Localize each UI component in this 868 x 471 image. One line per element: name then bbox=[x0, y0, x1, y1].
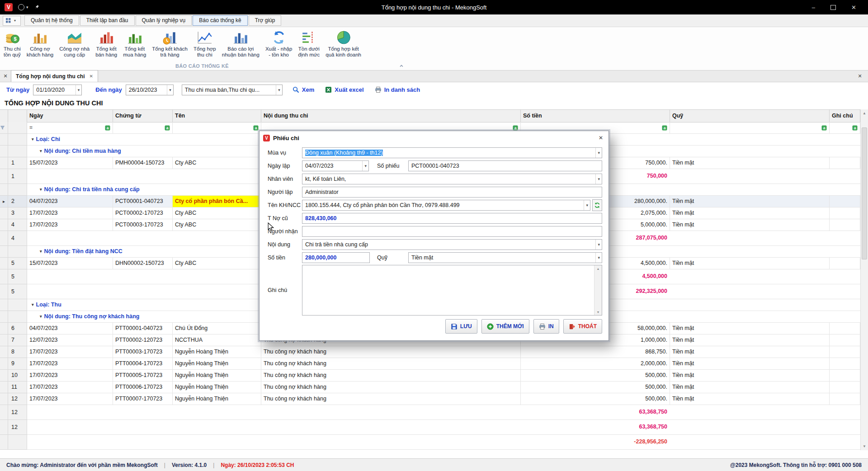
ribbon-item-cong-no-nha-cung-cap[interactable]: Công nợ nhà cung cấp bbox=[59, 29, 90, 58]
cell-note[interactable] bbox=[830, 196, 860, 207]
dropdown-icon[interactable]: ▾ bbox=[595, 148, 602, 158]
cell-name[interactable]: Nguyễn Hoàng Thiện bbox=[173, 346, 261, 358]
dropdown-icon[interactable]: ▾ bbox=[595, 240, 602, 250]
filter-type-icon[interactable]: a bbox=[165, 125, 170, 131]
cell-fund[interactable]: Tiền mặt bbox=[670, 334, 830, 346]
cell-content[interactable]: Thu công nợ khách hàng bbox=[261, 358, 521, 370]
cell-note[interactable] bbox=[830, 382, 860, 393]
ribbon-collapse-icon[interactable] bbox=[398, 62, 405, 69]
dropdown-icon[interactable]: ▾ bbox=[167, 85, 173, 95]
print-button[interactable]: IN bbox=[533, 319, 559, 334]
cell-date[interactable]: 17/07/2023 bbox=[27, 370, 113, 382]
quick-access-icon[interactable] bbox=[18, 4, 24, 10]
print-list-button[interactable]: In danh sách bbox=[375, 86, 420, 93]
cell-date[interactable]: 17/07/2023 bbox=[27, 358, 113, 370]
filter-type-icon[interactable]: a bbox=[852, 125, 858, 131]
from-date-input[interactable]: 01/10/2020 ▾ bbox=[33, 85, 82, 95]
ribbon-item-tong-ket-khach-tra-hang[interactable]: Tổng kết khách trả hàng bbox=[152, 29, 188, 58]
filter-type-icon[interactable]: a bbox=[253, 125, 259, 131]
cell-document[interactable]: PTT00004-170723 bbox=[113, 358, 173, 370]
refresh-supplier-button[interactable] bbox=[592, 199, 602, 211]
scroll-up-icon[interactable]: ▲ bbox=[861, 109, 868, 117]
column-header-noi-dung[interactable]: Nội dung thu chi bbox=[261, 110, 521, 122]
cell-document[interactable]: PTT00002-120723 bbox=[113, 334, 173, 346]
cell-note[interactable] bbox=[830, 393, 860, 405]
column-header-chung-tu[interactable]: Chứng từ bbox=[113, 110, 173, 122]
cell-note[interactable] bbox=[830, 346, 860, 358]
minimize-button[interactable]: – bbox=[812, 4, 815, 11]
collapse-icon[interactable]: ▾ bbox=[32, 134, 34, 145]
note-textarea[interactable]: ▲ ▼ bbox=[302, 265, 602, 316]
cell-document[interactable]: PMH00004-150723 bbox=[113, 157, 173, 169]
pin-icon[interactable] bbox=[35, 5, 40, 10]
cell-fund[interactable]: Tiền mặt bbox=[670, 393, 830, 405]
cell-content[interactable]: Thu công nợ khách hàng bbox=[261, 370, 521, 382]
cell-name[interactable]: Nguyễn Hoàng Thiện bbox=[173, 393, 261, 405]
cell-date[interactable]: 17/07/2023 bbox=[27, 219, 113, 231]
dropdown-icon[interactable]: ▾ bbox=[362, 161, 368, 171]
dropdown-icon[interactable]: ▾ bbox=[595, 253, 602, 263]
exit-button[interactable]: THOÁT bbox=[563, 319, 602, 334]
cell-fund[interactable]: Tiền mặt bbox=[670, 207, 830, 219]
close-all-tabs-icon[interactable]: ✕ bbox=[0, 73, 11, 79]
filter-type-icon[interactable]: a bbox=[662, 125, 667, 131]
tabbar-close-icon[interactable]: ✕ bbox=[854, 73, 865, 79]
collapse-icon[interactable]: ▾ bbox=[40, 184, 42, 195]
cell-name[interactable]: NCCTHUA bbox=[173, 334, 261, 346]
ribbon-item-tong-hop-thu-chi[interactable]: Tổng hợp thu chi bbox=[193, 29, 216, 58]
cell-fund[interactable]: Tiền mặt bbox=[670, 370, 830, 382]
cell-date[interactable]: 17/07/2023 bbox=[27, 207, 113, 219]
cell-document[interactable]: PTT00001-040723 bbox=[113, 323, 173, 334]
export-excel-button[interactable]: Xuất excel bbox=[325, 86, 363, 93]
collapse-icon[interactable]: ▾ bbox=[40, 246, 42, 257]
amount-input[interactable]: 280,000,000 bbox=[302, 252, 370, 263]
ribbon-item-thu-chi-ton-quy[interactable]: $ Thu chi tồn quỹ bbox=[4, 29, 21, 58]
table-row[interactable]: 817/07/2023PTT00003-170723Nguyễn Hoàng T… bbox=[0, 346, 860, 358]
cell-fund[interactable]: Tiền mặt bbox=[670, 219, 830, 231]
cell-document[interactable]: PTT00006-170723 bbox=[113, 382, 173, 393]
table-row[interactable]: -228,956,250 bbox=[0, 435, 860, 450]
scroll-down-icon[interactable]: ▼ bbox=[861, 443, 868, 450]
collapse-icon[interactable]: ▾ bbox=[40, 311, 42, 322]
cell-fund[interactable]: Tiền mặt bbox=[670, 258, 830, 269]
ribbon-item-tong-ket-mua-hang[interactable]: Tổng kết mua hàng bbox=[123, 29, 146, 58]
filter-ghi-chu[interactable]: a bbox=[830, 122, 860, 134]
cell-name[interactable]: Cty ABC bbox=[173, 207, 261, 219]
ribbon-item-ton-duoi-dinh-muc[interactable]: Tồn dưới định mức bbox=[298, 29, 320, 58]
document-tab-active[interactable]: Tổng hợp nội dung thu chi ✕ bbox=[11, 70, 98, 82]
view-button[interactable]: Xem bbox=[292, 86, 314, 93]
column-header-quy[interactable]: Quỹ bbox=[670, 110, 830, 122]
creator-input[interactable]: Administrator bbox=[302, 187, 602, 198]
column-header-ghi-chu[interactable]: Ghi chú bbox=[830, 110, 860, 122]
cell-date[interactable]: 15/07/2023 bbox=[27, 258, 113, 269]
cell-fund[interactable]: Tiền mặt bbox=[670, 358, 830, 370]
cell-document[interactable]: PTT00003-170723 bbox=[113, 346, 173, 358]
maximize-button[interactable] bbox=[830, 5, 836, 10]
table-row[interactable]: 1263,368,750 bbox=[0, 420, 860, 435]
table-row[interactable]: 1017/07/2023PTT00005-170723Nguyễn Hoàng … bbox=[0, 370, 860, 382]
ribbon-menu-button[interactable]: ▾ bbox=[3, 16, 21, 26]
cell-fund[interactable]: Tiền mặt bbox=[670, 323, 830, 334]
save-button[interactable]: LƯU bbox=[445, 319, 477, 334]
receiver-input[interactable] bbox=[302, 226, 602, 237]
dropdown-icon[interactable]: ▾ bbox=[75, 85, 82, 95]
table-row[interactable]: 1117/07/2023PTT00006-170723Nguyễn Hoàng … bbox=[0, 382, 860, 393]
cell-document[interactable]: PTT00007-170723 bbox=[113, 393, 173, 405]
scroll-down-icon[interactable]: ▼ bbox=[594, 309, 602, 315]
cell-date[interactable]: 17/07/2023 bbox=[27, 393, 113, 405]
supplier-select[interactable]: 1800.155.444, Cty cổ phần phân bón Cần T… bbox=[302, 200, 590, 211]
scrollbar-thumb[interactable] bbox=[862, 127, 867, 259]
cell-name[interactable]: Nguyễn Hoàng Thiện bbox=[173, 358, 261, 370]
cell-document[interactable]: DHN00002-150723 bbox=[113, 258, 173, 269]
cell-amount[interactable]: 868,750. bbox=[521, 346, 670, 358]
cell-name[interactable]: Cty ABC bbox=[173, 157, 261, 169]
cell-name[interactable]: Cty ABC bbox=[173, 258, 261, 269]
cell-date[interactable]: 15/07/2023 bbox=[27, 157, 113, 169]
filter-quy[interactable]: a bbox=[670, 122, 830, 134]
cell-name[interactable]: Chú Út Đổng bbox=[173, 323, 261, 334]
cell-content[interactable]: Thu công nợ khách hàng bbox=[261, 346, 521, 358]
cell-document[interactable]: PCT00003-170723 bbox=[113, 219, 173, 231]
filter-ten[interactable]: a bbox=[173, 122, 261, 134]
cell-date[interactable]: 17/07/2023 bbox=[27, 382, 113, 393]
cell-amount[interactable]: 2,000,000. bbox=[521, 358, 670, 370]
